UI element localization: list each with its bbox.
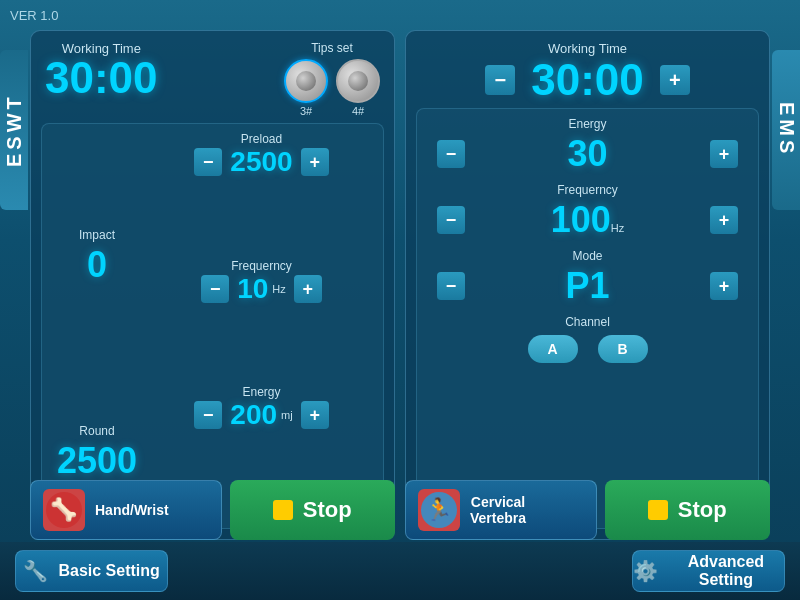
right-energy-value: 30 xyxy=(567,133,607,175)
main-content: Working Time 30:00 Tips set 3# 4# xyxy=(30,30,770,540)
right-channel-row: Channel A B xyxy=(429,315,746,363)
tip-item-3[interactable]: 3# xyxy=(284,59,328,117)
left-action-panel: 🦴 Hand/Wrist Stop xyxy=(30,480,395,540)
version-label: VER 1.0 xyxy=(10,8,58,23)
right-time-minus-btn[interactable]: − xyxy=(485,65,515,95)
impact-label: Impact xyxy=(79,228,115,242)
tip-label-4: 4# xyxy=(352,105,364,117)
left-frequency-row: Frequerncy − 10 Hz + xyxy=(150,259,373,382)
right-working-time-block: Working Time − 30:00 + xyxy=(416,41,759,102)
left-preset-btn[interactable]: 🦴 Hand/Wrist xyxy=(30,480,222,540)
right-frequency-value: 100 xyxy=(551,199,611,241)
right-mode-label: Mode xyxy=(572,249,602,263)
left-frequency-label: Frequerncy xyxy=(150,259,373,273)
right-frequency-minus-btn[interactable]: − xyxy=(437,206,465,234)
tips-set-area: Tips set 3# 4# xyxy=(284,41,380,117)
right-mode-row: Mode − P1 + xyxy=(429,249,746,307)
round-label: Round xyxy=(79,424,114,438)
ems-tab[interactable]: EMS xyxy=(772,50,800,210)
left-working-time-block: Working Time 30:00 xyxy=(45,41,158,100)
right-working-time-label: Working Time xyxy=(548,41,627,56)
left-energy-control: − 200 mj + xyxy=(150,399,373,431)
ems-panel: Working Time − 30:00 + Energy − 30 + Fre… xyxy=(405,30,770,540)
left-stop-btn[interactable]: Stop xyxy=(230,480,396,540)
left-preset-label: Hand/Wrist xyxy=(95,502,169,518)
right-preset-label: Cervical Vertebra xyxy=(470,494,526,526)
svg-text:🏃: 🏃 xyxy=(425,496,453,523)
impact-value: 0 xyxy=(87,244,107,286)
left-panel-header: Working Time 30:00 Tips set 3# 4# xyxy=(41,41,384,117)
left-frequency-minus-btn[interactable]: − xyxy=(201,275,229,303)
channel-label: Channel xyxy=(565,315,610,329)
basic-setting-label: Basic Setting xyxy=(58,562,159,580)
left-settings-grid: Impact 0 Preload − 2500 + Frequerncy − 1… xyxy=(41,123,384,529)
tip-label-3: 3# xyxy=(300,105,312,117)
right-frequency-row: Frequerncy − 100 Hz + xyxy=(429,183,746,241)
left-frequency-plus-btn[interactable]: + xyxy=(294,275,322,303)
tip-circle-4 xyxy=(336,59,380,103)
right-settings-box: Energy − 30 + Frequerncy − 100 Hz + xyxy=(416,108,759,529)
advanced-setting-btn[interactable]: ⚙️ Advanced Setting xyxy=(632,550,785,592)
right-stop-btn[interactable]: Stop xyxy=(605,480,771,540)
left-energy-plus-btn[interactable]: + xyxy=(301,401,329,429)
right-frequency-plus-btn[interactable]: + xyxy=(710,206,738,234)
right-frequency-unit: Hz xyxy=(611,222,624,234)
right-time-display: 30:00 xyxy=(531,58,644,102)
right-energy-label: Energy xyxy=(568,117,606,131)
advanced-setting-label: Advanced Setting xyxy=(668,553,784,589)
cervical-vertebra-icon: 🏃 xyxy=(418,489,460,531)
left-energy-value: 200 xyxy=(230,399,277,431)
gear-icon: ⚙️ xyxy=(633,559,658,583)
channel-buttons: A B xyxy=(528,335,648,363)
channel-b-btn[interactable]: B xyxy=(598,335,648,363)
channel-a-btn[interactable]: A xyxy=(528,335,578,363)
left-energy-unit: mj xyxy=(281,409,293,421)
left-frequency-control: − 10 Hz + xyxy=(150,273,373,305)
right-mode-plus-btn[interactable]: + xyxy=(710,272,738,300)
footer: 🔧 Basic Setting ⚙️ Advanced Setting xyxy=(0,542,800,600)
round-value: 2500 xyxy=(57,440,137,482)
left-frequency-value: 10 xyxy=(237,273,268,305)
right-frequency-control: − 100 Hz + xyxy=(429,199,746,241)
preload-value: 2500 xyxy=(230,146,292,178)
right-energy-plus-btn[interactable]: + xyxy=(710,140,738,168)
preload-label: Preload xyxy=(150,132,373,146)
preload-plus-btn[interactable]: + xyxy=(301,148,329,176)
left-frequency-unit: Hz xyxy=(272,283,285,295)
left-time-display: 30:00 xyxy=(45,56,158,100)
basic-setting-btn[interactable]: 🔧 Basic Setting xyxy=(15,550,168,592)
impact-block: Impact 0 xyxy=(52,132,142,381)
left-stop-label: Stop xyxy=(303,497,352,523)
preload-control: − 2500 + xyxy=(150,146,373,178)
hand-wrist-icon: 🦴 xyxy=(43,489,85,531)
tips-set-label: Tips set xyxy=(311,41,353,55)
right-energy-control: − 30 + xyxy=(429,133,746,175)
right-energy-minus-btn[interactable]: − xyxy=(437,140,465,168)
right-time-row: − 30:00 + xyxy=(485,58,690,102)
right-time-plus-btn[interactable]: + xyxy=(660,65,690,95)
preload-row: Preload − 2500 + xyxy=(150,132,373,255)
wrench-icon: 🔧 xyxy=(23,559,48,583)
right-mode-minus-btn[interactable]: − xyxy=(437,272,465,300)
right-action-panel: 🏃 Cervical Vertebra Stop xyxy=(405,480,770,540)
right-frequency-label: Frequerncy xyxy=(557,183,618,197)
preload-minus-btn[interactable]: − xyxy=(194,148,222,176)
right-stop-label: Stop xyxy=(678,497,727,523)
left-energy-label: Energy xyxy=(150,385,373,399)
bottom-action-area: 🦴 Hand/Wrist Stop 🏃 Cervical Vertebra St… xyxy=(30,480,770,540)
right-mode-value: P1 xyxy=(565,265,609,307)
tip-item-4[interactable]: 4# xyxy=(336,59,380,117)
right-preset-btn[interactable]: 🏃 Cervical Vertebra xyxy=(405,480,597,540)
left-stop-indicator xyxy=(273,500,293,520)
right-mode-control: − P1 + xyxy=(429,265,746,307)
left-energy-minus-btn[interactable]: − xyxy=(194,401,222,429)
eswt-tab[interactable]: ESWT xyxy=(0,50,28,210)
right-stop-indicator xyxy=(648,500,668,520)
tips-row: 3# 4# xyxy=(284,59,380,117)
tip-circle-3 xyxy=(284,59,328,103)
right-energy-row: Energy − 30 + xyxy=(429,117,746,175)
eswt-panel: Working Time 30:00 Tips set 3# 4# xyxy=(30,30,395,540)
svg-text:🦴: 🦴 xyxy=(50,496,78,523)
